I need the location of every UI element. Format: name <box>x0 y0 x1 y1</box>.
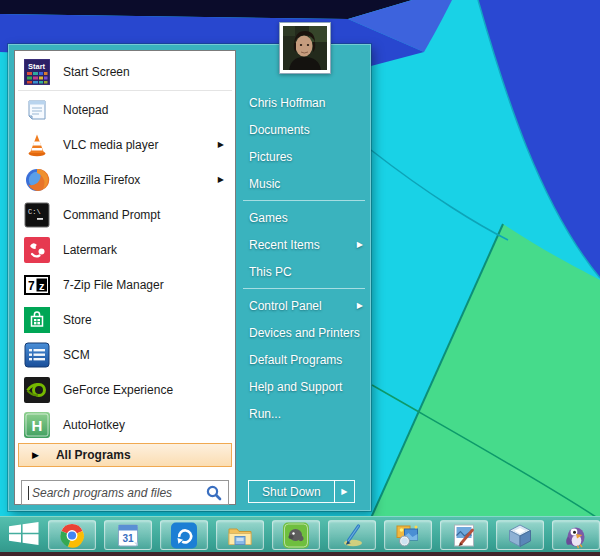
user-avatar[interactable] <box>279 22 331 74</box>
submenu-arrow-icon: ▶ <box>357 301 363 310</box>
program-list: StartStart ScreenNotepadVLC media player… <box>15 54 235 442</box>
menu-item-recent-items[interactable]: Recent Items▶ <box>236 231 372 258</box>
menu-item-label: Recent Items <box>249 238 357 252</box>
menu-item-label: GeForce Experience <box>63 383 225 397</box>
cmd-icon: C:\ <box>24 202 50 228</box>
menu-item-vlc-media-player[interactable]: VLC media player▶ <box>15 127 235 162</box>
shutdown-label: Shut Down <box>262 485 321 499</box>
menu-item-label: Run... <box>249 407 363 421</box>
menu-divider <box>243 200 365 201</box>
menu-item-autohotkey[interactable]: HAutoHotkey <box>15 407 235 442</box>
taskbar-button-photo-viewer[interactable] <box>384 520 432 550</box>
geforce-icon <box>24 377 50 403</box>
calendar-icon: 31 <box>115 522 141 549</box>
taskbar-bottom-edge <box>0 552 600 556</box>
taskbar-button-evernote[interactable] <box>272 520 320 550</box>
menu-item-start-screen[interactable]: StartStart Screen <box>15 54 235 89</box>
menu-item-geforce-experience[interactable]: GeForce Experience <box>15 372 235 407</box>
taskbar-button-pidgin[interactable] <box>552 520 600 550</box>
menu-item-label: Command Prompt <box>63 208 225 222</box>
submenu-arrow-icon: ▶ <box>341 487 347 496</box>
start-menu-left-panel: StartStart ScreenNotepadVLC media player… <box>14 50 236 505</box>
taskbar-button-file-explorer[interactable] <box>216 520 264 550</box>
photo-viewer-icon <box>395 522 421 549</box>
menu-item-latermark[interactable]: Latermark <box>15 232 235 267</box>
evernote-icon <box>283 522 309 549</box>
latermark-icon <box>24 237 50 263</box>
svg-text:z: z <box>39 279 45 291</box>
taskbar-button-chrome[interactable] <box>48 520 96 550</box>
menu-item-label: Pictures <box>249 150 363 164</box>
scm-icon <box>24 342 50 368</box>
menu-item-music[interactable]: Music <box>236 170 372 197</box>
menu-item-label: 7-Zip File Manager <box>63 278 225 292</box>
menu-item-label: Mozilla Firefox <box>63 173 218 187</box>
menu-item-7-zip-file-manager[interactable]: 7z7-Zip File Manager <box>15 267 235 302</box>
chrome-icon <box>59 522 85 549</box>
search-input[interactable] <box>30 485 205 501</box>
menu-item-label: Games <box>249 211 363 225</box>
windows-logo-icon <box>9 522 39 549</box>
menu-item-chris-hoffman[interactable]: Chris Hoffman <box>236 89 372 116</box>
search-icon[interactable] <box>205 484 223 502</box>
menu-item-pictures[interactable]: Pictures <box>236 143 372 170</box>
menu-item-label: Documents <box>249 123 363 137</box>
paint-icon <box>451 522 477 549</box>
taskbar-button-pen-tool[interactable] <box>328 520 376 550</box>
firefox-icon <box>24 167 50 193</box>
shutdown-split-button: Shut Down ▶ <box>248 480 355 503</box>
menu-item-store[interactable]: Store <box>15 302 235 337</box>
menu-item-run[interactable]: Run... <box>236 400 372 427</box>
menu-divider <box>18 90 232 91</box>
submenu-arrow-icon: ▶ <box>357 240 363 249</box>
menu-item-label: Default Programs <box>249 353 363 367</box>
all-programs-label: All Programs <box>56 448 131 462</box>
start-menu-right-panel: Chris HoffmanDocumentsPicturesMusicGames… <box>236 45 372 510</box>
start-screen-icon: Start <box>24 59 50 85</box>
menu-item-this-pc[interactable]: This PC <box>236 258 372 285</box>
menu-item-devices-and-printers[interactable]: Devices and Printers <box>236 319 372 346</box>
menu-item-label: Help and Support <box>249 380 363 394</box>
menu-item-control-panel[interactable]: Control Panel▶ <box>236 292 372 319</box>
menu-item-documents[interactable]: Documents <box>236 116 372 143</box>
store-icon <box>24 307 50 333</box>
menu-item-label: Notepad <box>63 103 225 117</box>
all-programs-button[interactable]: ▶ All Programs <box>18 443 232 467</box>
menu-item-label: Control Panel <box>249 299 357 313</box>
svg-text:H: H <box>32 417 43 434</box>
pidgin-icon <box>563 522 589 549</box>
sync-icon <box>171 522 197 549</box>
start-menu: StartStart ScreenNotepadVLC media player… <box>8 44 371 511</box>
menu-item-mozilla-firefox[interactable]: Mozilla Firefox▶ <box>15 162 235 197</box>
taskbar-button-sync[interactable] <box>160 520 208 550</box>
taskbar: 31 <box>0 516 600 556</box>
svg-text:Start: Start <box>28 62 46 71</box>
pen-tool-icon <box>339 522 365 549</box>
menu-item-help-and-support[interactable]: Help and Support <box>236 373 372 400</box>
taskbar-button-paint[interactable] <box>440 520 488 550</box>
menu-item-command-prompt[interactable]: C:\Command Prompt <box>15 197 235 232</box>
menu-divider <box>243 288 365 289</box>
taskbar-button-virtualbox[interactable] <box>496 520 544 550</box>
menu-item-default-programs[interactable]: Default Programs <box>236 346 372 373</box>
menu-item-label: Start Screen <box>63 65 225 79</box>
shutdown-options-arrow[interactable]: ▶ <box>334 480 355 503</box>
menu-item-games[interactable]: Games <box>236 204 372 231</box>
search-box[interactable] <box>21 480 229 505</box>
vlc-icon <box>24 132 50 158</box>
shutdown-button[interactable]: Shut Down <box>248 480 335 503</box>
menu-item-label: Devices and Printers <box>249 326 363 340</box>
all-programs-arrow-icon: ▶ <box>32 450 39 460</box>
menu-item-label: VLC media player <box>63 138 218 152</box>
menu-item-label: Store <box>63 313 225 327</box>
right-list: Chris HoffmanDocumentsPicturesMusicGames… <box>236 89 372 427</box>
taskbar-start-button[interactable] <box>4 520 44 550</box>
menu-item-notepad[interactable]: Notepad <box>15 92 235 127</box>
menu-item-scm[interactable]: SCM <box>15 337 235 372</box>
taskbar-button-calendar[interactable]: 31 <box>104 520 152 550</box>
submenu-arrow-icon: ▶ <box>218 140 224 149</box>
menu-item-label: Chris Hoffman <box>249 96 363 110</box>
search-row <box>21 480 229 505</box>
svg-text:7: 7 <box>28 279 35 293</box>
menu-item-label: SCM <box>63 348 225 362</box>
